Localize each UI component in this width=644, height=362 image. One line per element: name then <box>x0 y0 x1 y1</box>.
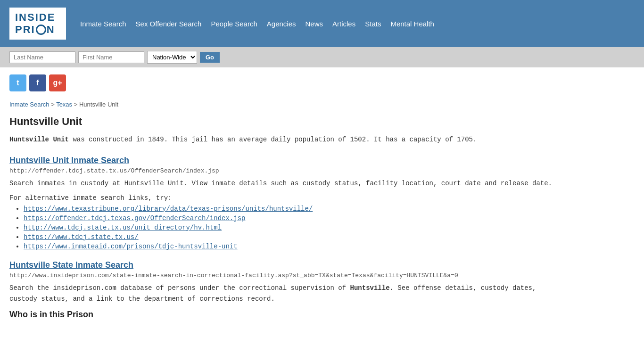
site-header: INSIDE PRIN Inmate SearchSex Offender Se… <box>0 0 644 47</box>
logo-prison-text: PRIN <box>15 24 60 36</box>
twitter-icon[interactable]: t <box>9 74 26 91</box>
section1-link[interactable]: Huntsville Unit Inmate Search <box>9 156 129 165</box>
nav-item-mental-health[interactable]: Mental Health <box>390 20 434 28</box>
alt-link[interactable]: https://www.inmateaid.com/prisons/tdjc-h… <box>24 243 238 250</box>
page-title: Huntsville Unit <box>9 115 556 128</box>
main-content: Inmate Search > Texas > Huntsville Unit … <box>0 96 566 334</box>
section2-link[interactable]: Huntsville State Inmate Search <box>9 260 133 270</box>
breadcrumb-texas[interactable]: Texas <box>56 101 72 108</box>
search-bar: Nation-Wide Go <box>0 47 644 67</box>
breadcrumb: Inmate Search > Texas > Huntsville Unit <box>9 101 556 108</box>
section1-url: http://offender.tdcj.state.tx.us/Offende… <box>9 167 556 174</box>
list-item: https://www.tdcj.state.tx.us/ <box>24 233 556 241</box>
alt-link[interactable]: http://www.tdcj.state.tx.us/unit_directo… <box>24 224 222 231</box>
section2-desc-bold: Huntsville <box>350 284 390 292</box>
nav-item-articles[interactable]: Articles <box>332 20 355 28</box>
breadcrumb-current: Huntsville Unit <box>79 101 118 108</box>
first-name-input[interactable] <box>78 51 144 63</box>
description-bold: Huntsville Unit <box>9 136 69 143</box>
section1-desc: Search inmates in custody at Huntsville … <box>9 178 556 189</box>
go-button[interactable]: Go <box>200 52 220 63</box>
alt-links-intro: For alternative inmate search links, try… <box>9 194 556 202</box>
description-body: was constructed in 1849. This jail has a… <box>69 136 477 143</box>
alt-links-list: https://www.texastribune.org/library/dat… <box>9 205 556 250</box>
facebook-icon[interactable]: f <box>29 74 46 91</box>
main-nav: Inmate SearchSex Offender SearchPeople S… <box>80 20 434 28</box>
list-item: https://www.texastribune.org/library/dat… <box>24 205 556 213</box>
location-select[interactable]: Nation-Wide <box>147 51 197 64</box>
page-description: Huntsville Unit was constructed in 1849.… <box>9 134 556 146</box>
logo-circle-icon <box>36 25 46 35</box>
nav-item-sex-offender-search[interactable]: Sex Offender Search <box>136 20 202 28</box>
section1-heading: Huntsville Unit Inmate Search <box>9 154 556 165</box>
section2-heading: Huntsville State Inmate Search <box>9 259 556 270</box>
nav-item-people-search[interactable]: People Search <box>211 20 257 28</box>
section2-url: http://www.insideprison.com/state-inmate… <box>9 272 556 279</box>
nav-item-inmate-search[interactable]: Inmate Search <box>80 20 126 28</box>
list-item: https://offender.tdcj.texas.gov/Offender… <box>24 214 556 222</box>
logo-inside-text: INSIDE <box>15 11 60 24</box>
list-item: https://www.inmateaid.com/prisons/tdjc-h… <box>24 242 556 250</box>
section2-desc-prefix: Search the insideprison.com database of … <box>9 284 350 292</box>
gplus-icon[interactable]: g+ <box>49 74 66 91</box>
nav-item-agencies[interactable]: Agencies <box>267 20 296 28</box>
nav-item-news[interactable]: News <box>305 20 323 28</box>
breadcrumb-inmate-search[interactable]: Inmate Search <box>9 101 50 108</box>
alt-link[interactable]: https://www.tdcj.state.tx.us/ <box>24 233 139 241</box>
nav-item-stats[interactable]: Stats <box>365 20 381 28</box>
site-logo[interactable]: INSIDE PRIN <box>9 8 66 40</box>
section2-desc: Search the insideprison.com database of … <box>9 283 556 305</box>
list-item: http://www.tdcj.state.tx.us/unit_directo… <box>24 223 556 231</box>
section3-heading: Who is in this Prison <box>9 310 556 320</box>
alt-link[interactable]: https://www.texastribune.org/library/dat… <box>24 205 313 213</box>
last-name-input[interactable] <box>9 51 75 63</box>
alt-link[interactable]: https://offender.tdcj.texas.gov/Offender… <box>24 214 245 222</box>
social-icons-bar: t f g+ <box>0 67 644 96</box>
